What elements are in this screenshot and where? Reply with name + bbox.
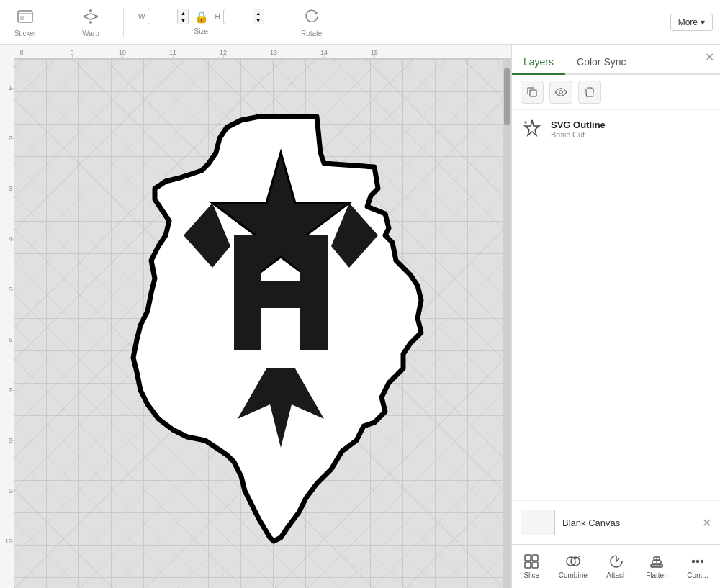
size-h-up[interactable]: ▲ (253, 9, 264, 17)
warp-tool[interactable]: Warp (73, 6, 109, 37)
ruler-vtick-2 (9, 138, 14, 139)
combine-button[interactable]: Combine (553, 551, 593, 582)
attach-icon (608, 553, 624, 569)
cont-icon (690, 553, 706, 569)
panel-toolbar (512, 75, 720, 110)
duplicate-button[interactable] (521, 81, 544, 104)
ruler-vtick-10 (9, 541, 14, 542)
rotate-tool[interactable]: Rotate (294, 6, 330, 37)
combine-icon (565, 553, 581, 569)
ruler-vtick-7 (9, 390, 14, 391)
svg-point-3 (84, 15, 86, 18)
warp-icon (81, 6, 101, 27)
svg-rect-22 (532, 562, 538, 568)
svg-point-30 (692, 561, 694, 563)
ruler-left: 1 2 3 4 5 6 7 8 9 10 (0, 45, 14, 588)
more-button[interactable]: More ▾ (670, 14, 713, 31)
ruler-tick-15 (374, 54, 375, 58)
size-tool: W ▲ ▼ 🔒 H ▲ ▼ Size (138, 9, 264, 35)
rotate-icon (302, 6, 322, 27)
more-arrow: ▾ (701, 17, 705, 27)
divider-1 (58, 8, 58, 37)
lock-icon[interactable]: 🔒 (192, 10, 212, 24)
blank-canvas-label: Blank Canvas (562, 517, 620, 528)
svg-point-5 (89, 9, 92, 12)
svg-marker-17 (525, 120, 539, 135)
layer-icon-svg-outline (521, 117, 544, 140)
visibility-button[interactable] (549, 81, 572, 104)
divider-3 (279, 8, 279, 37)
svg-rect-15 (530, 90, 536, 96)
ruler-tick-13 (274, 54, 274, 58)
blank-canvas-thumbnail (521, 510, 555, 535)
svg-rect-21 (525, 562, 531, 568)
layer-info: SVG Outline Basic Cut (551, 119, 711, 139)
blank-canvas-item[interactable]: Blank Canvas ✕ (521, 510, 711, 535)
layer-name: SVG Outline (551, 119, 711, 130)
canvas-area[interactable]: 8 9 10 11 12 13 14 15 1 (0, 45, 511, 588)
size-w-input[interactable] (148, 11, 177, 22)
svg-point-18 (524, 121, 527, 124)
scrollbar-thumb[interactable] (504, 68, 510, 125)
sticker-tool[interactable]: Sticker (7, 6, 43, 37)
slice-label: Slice (523, 571, 539, 579)
size-h-down[interactable]: ▼ (253, 17, 264, 24)
panel-tabs: Layers Color Sync ✕ (512, 45, 720, 75)
size-h-spin[interactable]: ▲ ▼ (253, 9, 264, 24)
ruler-tick-10 (122, 54, 123, 58)
slice-icon (523, 553, 539, 569)
svg-rect-2 (20, 16, 24, 20)
cricut-star-icon (521, 118, 543, 140)
tab-color-sync[interactable]: Color Sync (565, 50, 637, 73)
tab-layers-label: Layers (523, 56, 554, 68)
layer-type: Basic Cut (551, 130, 711, 139)
layer-item-svg-outline[interactable]: SVG Outline Basic Cut (512, 110, 720, 148)
svg-rect-19 (525, 555, 531, 561)
ruler-tick-11 (173, 54, 174, 58)
right-panel: Layers Color Sync ✕ (511, 45, 720, 588)
svg-rect-11 (234, 281, 328, 308)
divider-2 (123, 8, 124, 37)
ruler-tick-14 (324, 54, 325, 58)
cont-label: Cont... (687, 571, 708, 579)
ruler-vtick-8 (9, 440, 14, 441)
slice-button[interactable]: Slice (518, 551, 545, 582)
size-w-input-group[interactable]: ▲ ▼ (148, 9, 189, 24)
tab-layers[interactable]: Layers (512, 50, 565, 73)
size-w-up[interactable]: ▲ (178, 9, 188, 17)
size-h-input[interactable] (224, 11, 253, 22)
svg-point-6 (89, 21, 92, 24)
svg-point-32 (701, 561, 703, 563)
duplicate-icon (526, 86, 539, 99)
blank-canvas-close-icon[interactable]: ✕ (702, 516, 711, 530)
canvas-content[interactable] (14, 59, 504, 588)
flatten-icon (649, 553, 665, 569)
ruler-vtick-3 (9, 189, 14, 189)
attach-button[interactable]: Attach (600, 551, 632, 582)
ruler-vtick-9 (9, 491, 14, 492)
size-label: Size (194, 27, 208, 35)
svg-point-4 (95, 15, 98, 18)
ruler-tick-9 (72, 54, 73, 58)
rotate-label: Rotate (301, 30, 322, 37)
ruler-vtick-4 (9, 239, 14, 240)
scrollbar-right[interactable] (503, 59, 511, 588)
warp-label: Warp (82, 30, 99, 37)
size-h-input-group[interactable]: ▲ ▼ (223, 9, 264, 24)
ruler-vtick-6 (9, 340, 14, 340)
flatten-button[interactable]: Flatten (640, 551, 674, 582)
svg-point-31 (696, 561, 698, 563)
ruler-vtick-5 (9, 289, 14, 290)
svg-rect-20 (532, 555, 538, 561)
size-w-down[interactable]: ▼ (178, 17, 188, 24)
attach-label: Attach (606, 571, 626, 579)
flatten-label: Flatten (646, 571, 668, 579)
delete-icon (583, 86, 596, 99)
ruler-tick-12 (223, 54, 224, 58)
cont-button[interactable]: Cont... (681, 551, 714, 582)
panel-close-button[interactable]: ✕ (705, 50, 714, 64)
combine-label: Combine (559, 571, 588, 579)
delete-button[interactable] (578, 81, 601, 104)
size-w-spin[interactable]: ▲ ▼ (177, 9, 188, 24)
ruler-top: 8 9 10 11 12 13 14 15 (14, 45, 511, 59)
